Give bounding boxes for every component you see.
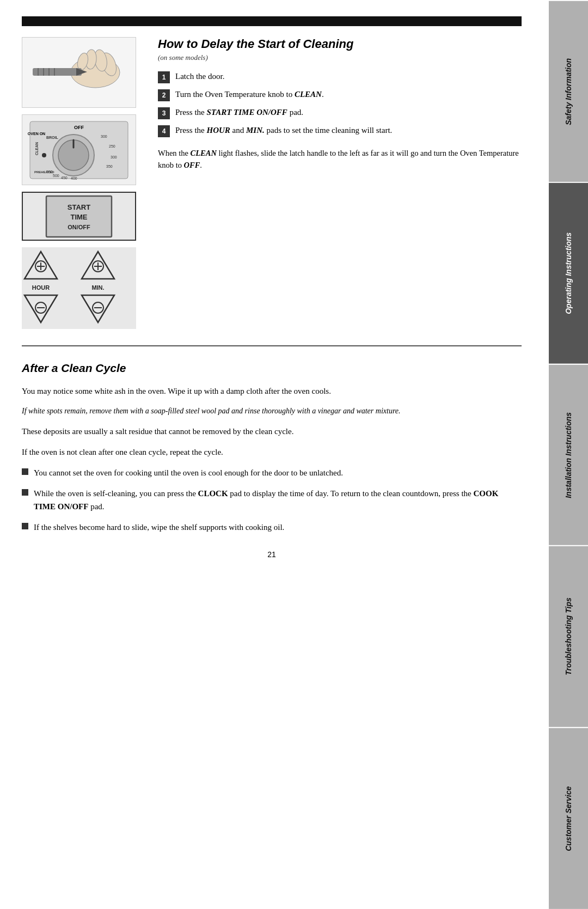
start-time-label: START TIME ON/OFF [207,108,287,117]
bullet-text-3: If the shelves become hard to slide, wip… [34,521,284,534]
svg-text:300: 300 [111,155,117,159]
sidebar-tab-safety[interactable]: Safety Information [549,0,588,182]
bottom-section: After a Clean Cycle You may notice some … [22,362,522,559]
svg-text:300: 300 [101,135,107,138]
svg-text:MIN.: MIN. [91,284,104,291]
step-text-3: Press the START TIME ON/OFF pad. [175,107,303,119]
hour-min-svg: HOUR MIN. [22,249,136,328]
svg-text:CLEAN: CLEAN [35,142,39,155]
svg-text:250: 250 [109,144,115,148]
bullet-text-1: You cannot set the oven for cooking unti… [34,466,343,479]
svg-text:BROIL: BROIL [46,136,59,139]
clean-label: CLEAN [295,90,322,99]
step-num-2: 2 [158,89,170,101]
clock-label: CLOCK [198,489,228,498]
para3: If the oven is not clean after one clean… [22,446,522,459]
section2-title: After a Clean Cycle [22,362,522,375]
svg-text:350: 350 [106,164,113,168]
svg-rect-5 [33,68,82,76]
bullet-sq-2 [22,489,28,496]
step-4: 4 Press the HOUR and MIN. pads to set th… [158,125,522,137]
steps-list: 1 Latch the door. 2 Turn the Oven Temper… [158,71,522,137]
step-num-3: 3 [158,107,170,119]
para2: These deposits are usually a salt residu… [22,425,522,438]
main-content: OFF OVEN ON 300 250 300 350 550 [0,0,549,909]
page-number: 21 [22,550,522,559]
off-word: OFF [184,161,200,169]
svg-text:450: 450 [61,176,68,180]
door-latch-illustration [22,37,136,108]
bullet-sq-3 [22,523,28,529]
instructions-panel: How to Delay the Start of Cleaning (on s… [158,37,522,329]
image-panel: OFF OVEN ON 300 250 300 350 550 [22,37,142,329]
step-text-1: Latch the door. [175,71,224,83]
hour-min-controls: HOUR MIN. [22,247,136,329]
step-num-4: 4 [158,125,170,137]
step-1: 1 Latch the door. [158,71,522,83]
knob-svg: OFF OVEN ON 300 250 300 350 550 [24,116,133,184]
svg-marker-38 [24,295,57,322]
sidebar-tab-customer[interactable]: Customer Service [549,727,588,909]
bullet-sq-1 [22,468,28,475]
svg-text:PREHEATED: PREHEATED [34,170,54,174]
svg-text:OVEN ON: OVEN ON [28,132,45,136]
bullet-text-2: While the oven is self-cleaning, you can… [34,487,522,513]
svg-text:OFF: OFF [74,125,84,130]
svg-text:500: 500 [53,174,59,178]
svg-text:HOUR: HOUR [32,284,50,291]
step-text-4: Press the HOUR and MIN. pads to set the … [175,125,392,137]
svg-text:TIME: TIME [70,213,87,221]
top-bar [22,16,522,26]
top-section: OFF OVEN ON 300 250 300 350 550 [22,37,522,346]
step-3: 3 Press the START TIME ON/OFF pad. [158,107,522,119]
start-time-svg: START TIME ON/OFF [24,193,133,240]
hour-label: HOUR [207,126,230,135]
step-text-2: Turn the Oven Temperature knob to CLEAN. [175,89,324,101]
min-label: MIN. [246,126,265,135]
sidebar-tab-installation[interactable]: Installation Instructions [549,364,588,546]
svg-text:400: 400 [71,176,77,180]
svg-text:ON/OFF: ON/OFF [68,224,90,230]
sidebar-tab-troubleshooting[interactable]: Troubleshooting Tips [549,545,588,727]
section1-subtitle: (on some models) [158,53,522,62]
italic-note: If white spots remain, remove them with … [22,405,522,417]
bullet-3: If the shelves become hard to slide, wip… [22,521,522,534]
cook-time-label: COOK TIME ON/OFF [34,489,498,511]
sidebar-tab-operating[interactable]: Operating Instructions [549,182,588,364]
door-latch-svg [24,40,133,105]
bullet-2: While the oven is self-cleaning, you can… [22,487,522,513]
step-num-1: 1 [158,71,170,83]
bullet-1: You cannot set the oven for cooking unti… [22,466,522,479]
step-2: 2 Turn the Oven Temperature knob to CLEA… [158,89,522,101]
clean-word: CLEAN [191,149,217,157]
svg-marker-46 [82,295,114,322]
svg-text:START: START [68,203,90,211]
clean-note: When the CLEAN light flashes, slide the … [158,147,522,172]
start-time-button: START TIME ON/OFF [22,192,136,241]
right-sidebar: Safety Information Operating Instruction… [549,0,588,909]
svg-point-28 [42,153,46,157]
section1-title: How to Delay the Start of Cleaning [158,37,522,51]
knob-illustration: OFF OVEN ON 300 250 300 350 550 [22,114,136,185]
para1: You may notice some white ash in the ove… [22,385,522,398]
